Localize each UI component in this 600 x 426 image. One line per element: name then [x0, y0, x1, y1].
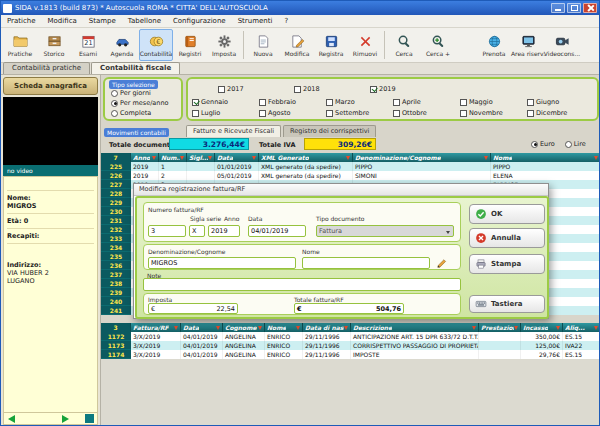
toolbar-button-registra[interactable]: Registra — [314, 29, 348, 61]
toolbar-button-imposta[interactable]: Imposta — [207, 29, 241, 61]
column-header-data[interactable]: Data — [215, 153, 259, 162]
toolbar-button-label: Storico — [44, 50, 65, 57]
pencil-icon[interactable] — [436, 258, 447, 269]
checkbox-month-aprile[interactable]: Aprile — [393, 98, 421, 106]
column-header-nome[interactable]: Nome — [491, 153, 600, 162]
menu-item-configurazione[interactable]: Configurazione — [167, 15, 232, 27]
column-header-prestazione[interactable]: Prestazione — [479, 323, 521, 332]
note-input[interactable] — [143, 278, 461, 291]
column-header-data[interactable]: Data — [181, 323, 223, 332]
checkbox-month-marzo[interactable]: Marzo — [326, 98, 355, 106]
toolbar-button-pratiche[interactable]: Pratiche — [3, 29, 37, 61]
toolbar-button-label: Esami — [79, 50, 97, 57]
checkbox-month-giugno[interactable]: Giugno — [527, 98, 559, 106]
previous-record-icon[interactable] — [8, 415, 15, 423]
data-input[interactable]: 04/01/2019 — [248, 225, 306, 237]
toolbar-button-cerca-+[interactable]: Cerca + — [421, 29, 455, 61]
table-header-row: 7AnnoNum...Sigl...DataXML GeneratoDenomi… — [101, 153, 600, 162]
column-header-num[interactable]: Num... — [159, 153, 187, 162]
checkbox-year-2018[interactable]: 2018 — [294, 85, 320, 93]
radio-completa[interactable]: Completa — [111, 109, 151, 117]
checkbox-year-2019[interactable]: 2019 — [370, 85, 396, 93]
numero-input[interactable]: 3 — [148, 225, 186, 237]
nav-square[interactable] — [85, 414, 94, 423]
menu-item-help[interactable]: ? — [278, 15, 294, 27]
sigla-input[interactable]: X — [189, 225, 205, 237]
column-header-nome[interactable]: Nome — [265, 323, 303, 332]
toolbar-button-esami[interactable]: 21Esami — [71, 29, 105, 61]
tab-contabilita-fiscale[interactable]: Contabilità fiscale — [91, 62, 180, 74]
minimize-button[interactable] — [551, 3, 565, 13]
denominazione-input[interactable]: MIGROS — [148, 257, 296, 269]
tipo-documento-select[interactable]: Fattura — [316, 225, 454, 237]
column-header-cognome[interactable]: Cognome — [223, 323, 265, 332]
radio-per-mese-anno[interactable]: Per mese/anno — [111, 99, 169, 107]
checkbox-month-novembre[interactable]: Novembre — [460, 109, 503, 117]
row-count-header: 7 — [101, 153, 131, 162]
menu-item-tabellone[interactable]: Tabellone — [122, 15, 167, 27]
tab-contabilita-pratiche[interactable]: Contabilità pratiche — [3, 62, 90, 74]
toolbar-button-agenda[interactable]: Agenda — [105, 29, 139, 61]
toolbar-button-label: Imposta — [212, 50, 236, 57]
column-header-sigl[interactable]: Sigl... — [187, 153, 215, 162]
stampa-button[interactable]: Stampa — [469, 254, 545, 274]
ok-button[interactable]: OK — [469, 204, 545, 224]
toolbar-button-nuova[interactable]: Nuova — [246, 29, 280, 61]
table-row[interactable]: 11723/X/201904/01/2019ANGELINAENRICO29/1… — [101, 332, 600, 341]
column-header-aliq[interactable]: Aliq... — [563, 323, 600, 332]
checkbox-month-febbraio[interactable]: Febbraio — [259, 98, 296, 106]
checkbox-month-maggio[interactable]: Maggio — [460, 98, 493, 106]
tab-registro-dei-corrispettivi[interactable]: Registro dei corrispettivi — [283, 125, 376, 137]
maximize-button[interactable] — [567, 3, 581, 13]
toolbar-button-videocons[interactable]: Videocons... — [545, 29, 579, 61]
annulla-button[interactable]: Annulla — [469, 228, 545, 248]
remove-icon — [358, 34, 373, 49]
toolbar-button-area-riserv[interactable]: Area riserv. — [511, 29, 545, 61]
table-row[interactable]: 11743/X/201904/01/2019ANGELINAENRICO29/1… — [101, 350, 600, 359]
column-header-anno[interactable]: Anno — [131, 153, 159, 162]
column-header-incasso[interactable]: Incasso — [521, 323, 563, 332]
nome-input[interactable] — [302, 257, 430, 269]
menu-item-stampe[interactable]: Stampe — [83, 15, 122, 27]
radio-lire[interactable]: Lire — [565, 140, 586, 148]
close-button[interactable] — [583, 3, 597, 13]
toolbar-button-cerca[interactable]: Cerca — [387, 29, 421, 61]
next-record-icon[interactable] — [62, 415, 69, 423]
column-header-xml-generato[interactable]: XML Generato — [259, 153, 353, 162]
checkbox-month-gennaio[interactable]: Gennaio — [192, 98, 228, 106]
menu-item-strumenti[interactable]: Strumenti — [232, 15, 279, 27]
checkbox-month-agosto[interactable]: Agosto — [259, 109, 290, 117]
menu-item-pratiche[interactable]: Pratiche — [1, 15, 42, 27]
cell-aliq: ES.15 — [563, 350, 600, 359]
anno-input[interactable]: 2019 — [208, 225, 240, 237]
cell-incasso: 29,76€ — [521, 350, 563, 359]
imposta-input[interactable]: € 22,54 — [148, 303, 238, 314]
checkbox-month-ottobre[interactable]: Ottobre — [393, 109, 427, 117]
toolbar-button-prenota[interactable]: Prenota — [477, 29, 511, 61]
column-header-fattura-rf[interactable]: Fattura/RF — [131, 323, 181, 332]
toolbar-button-contabilit[interactable]: €Contabilità — [139, 29, 173, 61]
tab-fatture-e-ricevute-fiscali[interactable]: Fatture e Ricevute Fiscali — [186, 125, 281, 137]
toolbar-button-modifica[interactable]: Modifica — [280, 29, 314, 61]
radio-euro[interactable]: Euro — [531, 140, 555, 148]
toolbar-button-rimuovi[interactable]: Rimuovi — [348, 29, 382, 61]
checkbox-month-dicembre[interactable]: Dicembre — [527, 109, 567, 117]
scheda-anagrafica-button[interactable]: Scheda anagrafica — [3, 77, 98, 95]
sort-arrow-icon — [152, 156, 156, 160]
column-header-descrizione[interactable]: Descrizione — [351, 323, 479, 332]
table-row[interactable]: 11733/X/201904/01/2019ANGELINAENRICO29/1… — [101, 341, 600, 350]
tastiera-button[interactable]: Tastiera — [469, 295, 545, 313]
checkbox-month-luglio[interactable]: Luglio — [192, 109, 220, 117]
sort-arrow-icon — [514, 326, 518, 330]
column-header-denominazione-cognome[interactable]: Denominazione/Cognome — [353, 153, 491, 162]
checkbox-year-2017[interactable]: 2017 — [218, 85, 244, 93]
menu-item-modifica[interactable]: Modifica — [42, 15, 83, 27]
totale-input[interactable]: € 504,76 — [294, 303, 404, 314]
table-row[interactable]: 2262019205/01/2019XML generato (da spedi… — [101, 171, 600, 180]
table-row[interactable]: 2252019101/01/2019XML generato (da spedi… — [101, 162, 600, 171]
checkbox-month-settembre[interactable]: Settembre — [326, 109, 369, 117]
column-header-data-di-nascita[interactable]: Data di nascita — [303, 323, 351, 332]
toolbar-button-storico[interactable]: Storico — [37, 29, 71, 61]
radio-per-giorni[interactable]: Per giorni — [111, 89, 151, 97]
toolbar-button-registri[interactable]: Registri — [173, 29, 207, 61]
